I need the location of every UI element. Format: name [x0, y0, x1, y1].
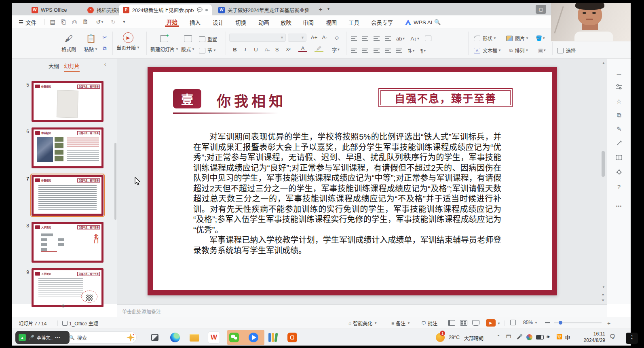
- undo-button[interactable]: ↺▼: [93, 17, 107, 26]
- panel-scrollbar-thumb[interactable]: [114, 143, 116, 220]
- tools-wand-icon[interactable]: [614, 138, 624, 148]
- clock[interactable]: 16:11 2024/8/29: [576, 331, 605, 344]
- new-tab-button[interactable]: +: [316, 5, 325, 14]
- normal-view-icon[interactable]: [448, 320, 455, 326]
- expand-chevrons-button[interactable]: ⌃ ⌃: [626, 333, 638, 344]
- distribute-icon[interactable]: [396, 49, 402, 53]
- decrease-font-button[interactable]: A-: [320, 33, 329, 41]
- font-name-combobox[interactable]: ▼: [229, 34, 286, 42]
- show-hidden-icons[interactable]: ⌃: [496, 334, 500, 340]
- canvas-scrollbar[interactable]: ▲ ▼ ⏶ ⏷: [600, 59, 607, 304]
- save-icon[interactable]: ▤: [48, 17, 57, 26]
- slide-thumbnail-5[interactable]: 你我相知 自强不息，臻于至善: [32, 81, 103, 122]
- shadow-button[interactable]: S: [272, 45, 281, 53]
- notification-center-icon[interactable]: 🗨: [610, 333, 615, 340]
- motto-box[interactable]: 自强不息，臻于至善: [378, 88, 513, 107]
- slide-thumbnail-6[interactable]: 你我相知 自强不息，臻于至善: [32, 127, 103, 168]
- arrange-button[interactable]: ⧉排列▼: [509, 47, 529, 54]
- edge-browser-button[interactable]: [169, 331, 181, 344]
- scrollbar-thumb[interactable]: [602, 151, 605, 177]
- ime-indicator[interactable]: 中: [565, 334, 570, 341]
- paste-button[interactable]: 📋 粘贴▼: [84, 32, 98, 53]
- cut-scissors-icon[interactable]: ✂: [100, 33, 109, 41]
- tray-microphone-icon[interactable]: 🎤: [517, 334, 523, 340]
- menu-home[interactable]: 开始: [165, 18, 179, 27]
- current-slide[interactable]: 壹 你我相知 自强不息，臻于至善 对军训期间表现优异的学生，学校将按照5%的比例…: [148, 67, 557, 295]
- paragraph-settings-icon[interactable]: ¶▼: [420, 47, 427, 55]
- align-left-icon[interactable]: [351, 49, 357, 53]
- tray-color-app-icon[interactable]: [526, 334, 532, 340]
- strikethrough-button[interactable]: A̶: [262, 45, 271, 53]
- tray-mail-icon[interactable]: 🗔: [506, 334, 511, 340]
- slide-body-text[interactable]: 对军训期间表现优异的学生，学校将按照5%的比例评选出“铁人式”军训标兵，并在军训…: [193, 132, 501, 256]
- reference-book-icon[interactable]: [614, 153, 624, 162]
- wps-office-button[interactable]: W: [208, 331, 220, 344]
- slide-title[interactable]: 你我相知: [217, 90, 286, 110]
- fit-slide-button[interactable]: [510, 320, 516, 325]
- print-preview-icon[interactable]: 🖺: [80, 17, 90, 26]
- slide-canvas[interactable]: 壹 你我相知 自强不息，臻于至善 对军训期间表现优异的学生，学校将按照5%的比例…: [117, 59, 600, 304]
- library-app-button[interactable]: [267, 331, 279, 344]
- justify-icon[interactable]: [385, 49, 391, 53]
- slide-sorter-view-icon[interactable]: [460, 320, 467, 326]
- copilot-button[interactable]: [125, 331, 137, 344]
- menu-slideshow[interactable]: 放映: [279, 18, 293, 27]
- reading-view-icon[interactable]: [472, 320, 479, 326]
- text-effects-button[interactable]: 字▼: [332, 45, 340, 53]
- settings-gear-icon[interactable]: [614, 167, 624, 177]
- task-view-button[interactable]: [149, 331, 161, 344]
- new-slide-button[interactable]: + 新建幻灯片▼: [150, 32, 179, 53]
- smart-beautify-button[interactable]: ⌂ 智能美化 ▼: [348, 320, 377, 327]
- zoom-out-button[interactable]: [545, 322, 550, 323]
- numbered-list-icon[interactable]: [362, 36, 368, 41]
- media-app-button[interactable]: [286, 331, 298, 344]
- previous-slide-icon[interactable]: ⏶: [602, 293, 604, 297]
- file-explorer-button[interactable]: [188, 331, 201, 344]
- more-options-icon[interactable]: •••: [614, 201, 624, 211]
- search-icon[interactable]: 🔍: [433, 17, 442, 26]
- copy-layers-icon[interactable]: ⧉: [614, 110, 624, 120]
- add-slide-button[interactable]: +: [61, 301, 65, 311]
- comment-bubble-icon[interactable]: 💬: [197, 7, 203, 13]
- clear-format-eraser-icon[interactable]: ◇: [332, 33, 341, 41]
- print-icon[interactable]: ⎙: [70, 17, 79, 26]
- notes-button[interactable]: ≡ 备注 ▼: [391, 320, 410, 327]
- wifi-icon[interactable]: 🛜: [556, 334, 562, 340]
- play-from-current-button[interactable]: ▶ 当页开始▼: [116, 32, 140, 51]
- file-menu[interactable]: ☰ 文件: [17, 18, 38, 27]
- bold-button[interactable]: B: [230, 45, 239, 53]
- align-center-icon[interactable]: [362, 49, 368, 53]
- microphone-icon[interactable]: 🎤: [28, 335, 34, 340]
- align-right-icon[interactable]: [374, 49, 380, 53]
- outline-tab[interactable]: 大纲: [49, 62, 59, 70]
- next-slide-icon[interactable]: ⏷: [602, 298, 604, 303]
- slide-thumbnail-7-selected[interactable]: 你我相知 自强不息，臻于至善: [32, 175, 103, 216]
- help-icon[interactable]: ?: [614, 182, 624, 191]
- textbox-button[interactable]: A文本框▼: [474, 47, 501, 54]
- section-button[interactable]: 节▼: [199, 47, 216, 54]
- properties-sliders-icon[interactable]: [614, 82, 624, 92]
- scroll-up-icon[interactable]: ▲: [602, 61, 605, 65]
- slide-thumbnail-8[interactable]: 入学须知 自强不息，臻于至善 北门: [32, 222, 103, 263]
- tab-presentation-active[interactable]: P 2024级新生线上见面会.pptx 💬: [119, 4, 212, 15]
- zoom-level[interactable]: 85%▼: [523, 320, 538, 325]
- weather-temp[interactable]: 29°C: [449, 335, 460, 340]
- menu-design[interactable]: 设计: [211, 18, 225, 27]
- picture-button[interactable]: 图片▼: [506, 35, 529, 42]
- layout-button[interactable]: 版式▼: [181, 32, 195, 53]
- favorites-star-icon[interactable]: ☆: [614, 97, 624, 106]
- meeting-more-icon[interactable]: •••: [55, 335, 61, 340]
- increase-indent-icon[interactable]: [385, 36, 391, 41]
- quick-style-button[interactable]: ▣▼: [538, 46, 547, 54]
- maximize-button[interactable]: ▢: [536, 5, 546, 14]
- tab-word-document[interactable]: W 关于做好2024年黑龙江省基层就业资: [214, 4, 313, 15]
- format-painter-button[interactable]: 🖌 格式刷: [61, 32, 76, 53]
- zoom-slider-thumb[interactable]: [559, 321, 562, 325]
- text-direction-icon[interactable]: A↕▼: [410, 34, 420, 42]
- webcam-video[interactable]: [551, 3, 631, 42]
- more-quick-actions-icon[interactable]: ▼: [119, 17, 129, 26]
- notes-bar[interactable]: 单击此处添加备注: [117, 304, 607, 317]
- fill-color-button[interactable]: 🪣▼: [536, 34, 545, 42]
- highlight-color-button[interactable]: 🖉: [315, 45, 323, 52]
- italic-button[interactable]: I: [241, 45, 250, 53]
